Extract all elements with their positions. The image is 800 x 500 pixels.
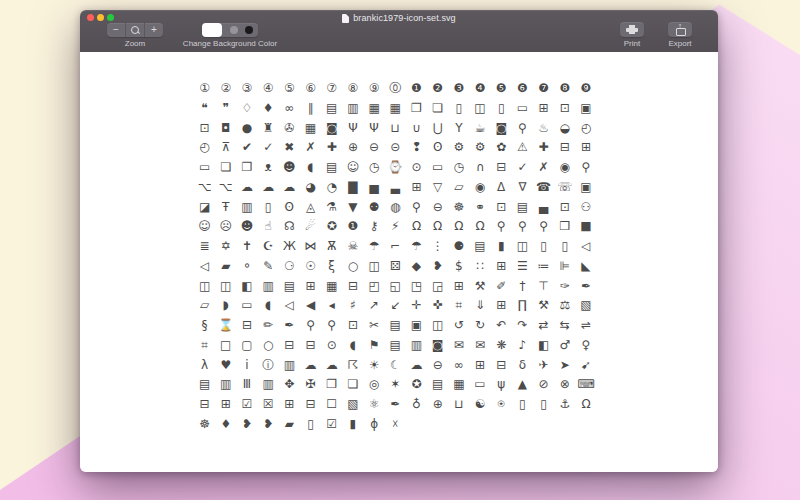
zoom-out-button[interactable]: − — [107, 23, 125, 37]
num-7-icon: ⑦ — [321, 79, 342, 99]
document-icon — [342, 14, 349, 23]
bookmark-icon: ⚑ — [364, 336, 385, 356]
book-open-icon: ▤ — [194, 375, 215, 395]
pencil-icon: ✏ — [258, 316, 279, 336]
ruler-icon: ⊫ — [554, 257, 575, 277]
umbrella-icon: ☂ — [406, 237, 427, 257]
export-button[interactable]: ↑ — [668, 22, 692, 37]
cupcake-icon: ♨ — [533, 119, 554, 139]
cloud-download-icon: ☁ — [279, 178, 300, 198]
globe-grid-icon: ⊕ — [427, 395, 448, 415]
box-icon: ❒ — [554, 217, 575, 237]
skull-icon: ☠ — [342, 237, 363, 257]
crosshair-h-icon: ✜ — [427, 296, 448, 316]
presentation-icon: ⊞ — [406, 178, 427, 198]
marquee-icon: ⌗ — [448, 296, 469, 316]
piggy-bank-icon: ◖ — [342, 336, 363, 356]
target-icon: ◎ — [364, 375, 385, 395]
yin-yang-icon: ☯ — [469, 395, 490, 415]
num-7-solid-icon: ❼ — [533, 79, 554, 99]
arrows-out-icon: ✥ — [279, 375, 300, 395]
print-button[interactable] — [620, 22, 644, 37]
dashed-x-icon: ☒ — [258, 395, 279, 415]
zoom-in-button[interactable]: + — [144, 23, 163, 37]
minus-circle-icon: ⊝ — [385, 138, 406, 158]
eyedropper-icon: ✒ — [575, 277, 596, 297]
magnifier-icon — [131, 26, 139, 34]
swatch-black[interactable] — [245, 26, 253, 34]
close-button[interactable] — [87, 14, 94, 21]
grad-cap-icon: ◬ — [300, 198, 321, 218]
padlock-icon: Ω — [448, 217, 469, 237]
cup-togo-2-icon: ⋃ — [427, 119, 448, 139]
num-1-icon: ① — [194, 79, 215, 99]
ticket-admit-icon: ▦ — [448, 375, 469, 395]
info-i-icon: i — [236, 356, 257, 376]
dice-icon: ⚄ — [385, 257, 406, 277]
icon-row: ◫◫◧▥▤⊞▦⊟◰◱◳◲⊞⚒✐†⊤✑✒ — [194, 277, 597, 297]
icon-grid: ①②③④⑤⑥⑦⑧⑨⓪❶❷❸❹❺❻❼❽❾❝❞♢♦∞∥▤▥▦▦❐❏▯◫▯▭⊞⊡▣⊡◘… — [194, 79, 597, 435]
storm-cloud-icon: ☈ — [342, 356, 363, 376]
media-player-icon: ▣ — [575, 99, 596, 119]
fax-icon: ☏ — [554, 178, 575, 198]
zoom-label: Zoom — [125, 39, 145, 48]
map-pin-icon: ⚲ — [575, 158, 596, 178]
scooter-icon: δ — [512, 356, 533, 376]
mic-studio-icon: Ψ — [342, 119, 363, 139]
bed-icon: ▄ — [533, 198, 554, 218]
undo-icon: ↶ — [491, 316, 512, 336]
bulb-icon: ☉ — [300, 257, 321, 277]
drizzle-cloud-icon: ☁ — [321, 356, 342, 376]
list-icon: ☰ — [512, 257, 533, 277]
tag-2-icon: ♦ — [215, 415, 236, 435]
barcode-icon: Ⅲ — [236, 375, 257, 395]
printer-icon — [626, 25, 638, 34]
list-box-icon: ⊟ — [236, 316, 257, 336]
layout-cols-icon: ◫ — [194, 277, 215, 297]
bar-chart-icon: ▇ — [342, 178, 363, 198]
icon-row: ⌗□▢○⊟⊟⊙◖⚑▤▥◙✉✉❋♪◧♂♀ — [194, 336, 597, 356]
id-badge-icon: ▣ — [406, 316, 427, 336]
swatch-gray[interactable] — [230, 26, 238, 34]
fullscreen-button[interactable] — [107, 14, 114, 21]
airplane-icon: ✈ — [533, 356, 554, 376]
ship-wheel-icon: ☸ — [194, 415, 215, 435]
brush-icon: ✐ — [491, 277, 512, 297]
list-bullets-icon: ≔ — [533, 257, 554, 277]
layout-3col-icon: ▥ — [258, 277, 279, 297]
expand-icon: ↗ — [364, 296, 385, 316]
mic-icon: Ψ — [364, 119, 385, 139]
zoom-magnifier-button[interactable] — [125, 23, 144, 37]
bell-icon: Δ — [491, 178, 512, 198]
x-circle-icon: ✗ — [300, 138, 321, 158]
bulb-outline-icon: ○ — [342, 257, 363, 277]
photo-stack-icon: ❏ — [215, 158, 236, 178]
piano-icon: ▥ — [279, 356, 300, 376]
padlock-open-icon: Ω — [469, 217, 490, 237]
chart-down-icon: ▃ — [385, 178, 406, 198]
minimize-button[interactable] — [97, 14, 104, 21]
medical-bag-icon: ✚ — [533, 138, 554, 158]
atom-icon: ⚛ — [364, 395, 385, 415]
wallet-icon: ⊟ — [491, 158, 512, 178]
flask-icon: ⚗ — [321, 198, 342, 218]
dashed-minus-icon: ⊟ — [300, 395, 321, 415]
check-circle-solid-icon: ✔ — [236, 138, 257, 158]
battery-low-icon: ▯ — [533, 237, 554, 257]
archive-2-icon: ▥ — [342, 99, 363, 119]
image-icon: ▧ — [342, 395, 363, 415]
calendar-date-icon: ▦ — [385, 99, 406, 119]
bank-icon: ∏ — [512, 296, 533, 316]
columns-icon: ▥ — [236, 198, 257, 218]
briefcase-icon: ⊟ — [554, 138, 575, 158]
swatch-white[interactable] — [202, 23, 222, 37]
circle-icon: ○ — [258, 336, 279, 356]
police-badge-icon: ✪ — [406, 375, 427, 395]
bus-icon: ⊟ — [491, 356, 512, 376]
icon-row: ▭❏❐ᴥ☻◖▤☺◷⌚⊙▭◷∩⊟✓✗◉⚲ — [194, 158, 597, 178]
plug-icon: ⚡ — [385, 217, 406, 237]
icon-row: ⌥⌥☁☁☁◕◔▇▅▃⊞▽▱◉Δ∇☎☏▣ — [194, 178, 597, 198]
pie-chart-icon: ◕ — [300, 178, 321, 198]
smiley-icon: ☺ — [194, 217, 215, 237]
satellite-dish-icon: ☊ — [279, 217, 300, 237]
